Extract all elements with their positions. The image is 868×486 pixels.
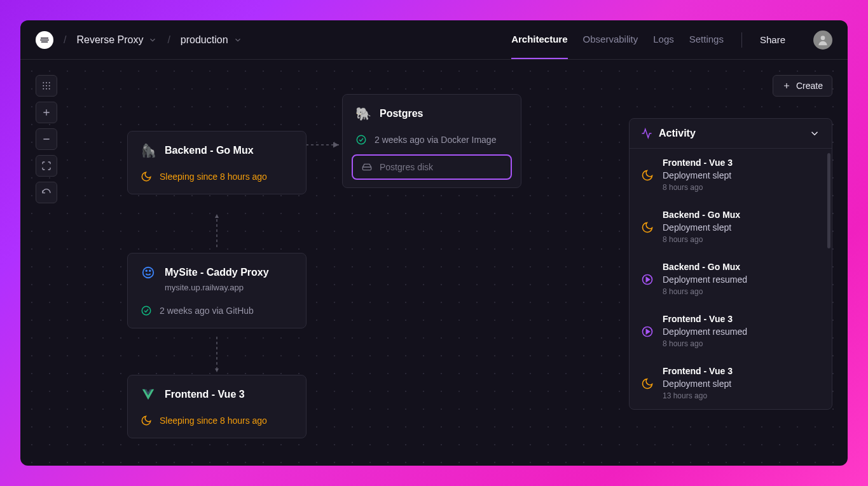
activity-item[interactable]: Backend - Go MuxDeployment resumed8 hour… [630,253,832,305]
breadcrumb-separator: / [64,34,66,46]
nav-tabs: Architecture Observability Logs Settings… [511,20,832,59]
disk-label: Postgres disk [380,162,433,172]
svg-point-8 [46,88,47,90]
svg-point-24 [142,306,151,315]
service-card-frontend[interactable]: Frontend - Vue 3 Sleeping since 8 hours … [127,375,307,438]
activity-header[interactable]: Activity [630,119,832,149]
activity-service: Frontend - Vue 3 [663,314,820,324]
grid-button[interactable] [36,75,57,97]
breadcrumb-environment[interactable]: production [181,34,242,46]
svg-point-3 [49,82,50,83]
service-title: Backend - Go Mux [165,145,254,156]
activity-service: Frontend - Vue 3 [663,158,820,168]
breadcrumb-env-label: production [181,34,228,46]
share-button[interactable]: Share [760,34,785,45]
svg-marker-19 [215,368,219,372]
service-subtitle: mysite.up.railway.app [165,283,293,292]
moon-icon [641,221,654,234]
canvas-area[interactable]: Create 🦍 Backend - Go Mux [20,60,848,466]
avatar[interactable] [813,30,832,50]
postgres-icon: 🐘 [355,106,371,121]
svg-point-7 [43,88,44,90]
svg-point-20 [357,135,366,144]
fullscreen-button[interactable] [36,155,57,177]
svg-point-0 [821,36,825,40]
status-text: Sleeping since 8 hours ago [160,415,267,426]
svg-point-9 [49,88,50,90]
play-icon [641,273,654,286]
svg-point-6 [49,85,50,86]
service-card-backend[interactable]: 🦍 Backend - Go Mux Sleeping since 8 hour… [127,131,307,194]
service-title: Frontend - Vue 3 [165,389,245,400]
svg-marker-26 [646,278,649,282]
play-icon [641,325,654,338]
activity-service: Backend - Go Mux [663,262,820,272]
logo-icon[interactable] [36,31,53,49]
activity-action: Deployment resumed [663,274,820,285]
status-text: 2 weeks ago via Docker Image [375,135,496,145]
svg-point-2 [46,82,47,83]
activity-item[interactable]: Frontend - Vue 3Deployment slept8 hours … [630,149,832,201]
zoom-in-button[interactable] [36,102,57,123]
disk-attachment[interactable]: Postgres disk [352,154,512,180]
activity-time: 8 hours ago [663,339,820,348]
service-card-caddy[interactable]: MySite - Caddy Proxy mysite.up.railway.a… [127,253,307,328]
activity-action: Deployment resumed [663,327,820,337]
svg-point-21 [143,267,154,278]
chevron-down-icon [233,36,242,44]
status-text: Sleeping since 8 hours ago [160,172,267,182]
pulse-icon [641,128,652,139]
activity-time: 8 hours ago [663,235,820,244]
svg-marker-28 [646,330,649,334]
moon-icon [141,415,152,426]
check-icon [355,134,367,145]
tab-settings[interactable]: Settings [689,20,724,59]
top-nav: / Reverse Proxy / production Architectur… [20,20,848,60]
app-window: / Reverse Proxy / production Architectur… [20,20,848,466]
activity-service: Backend - Go Mux [663,210,820,220]
canvas-toolbar [36,75,57,203]
moon-icon [641,169,654,182]
service-title: MySite - Caddy Proxy [165,267,269,278]
tab-observability[interactable]: Observability [583,20,638,59]
svg-point-4 [43,85,44,86]
nav-divider [741,32,742,48]
chevron-down-icon[interactable] [809,128,820,139]
undo-button[interactable] [36,182,57,203]
check-icon [141,305,152,316]
go-icon: 🦍 [141,143,156,158]
activity-time: 13 hours ago [663,391,820,400]
service-title: Postgres [380,108,423,119]
caddy-icon [141,265,156,280]
activity-service: Frontend - Vue 3 [663,366,820,376]
zoom-out-button[interactable] [36,128,57,150]
chevron-down-icon [148,36,157,44]
activity-time: 8 hours ago [663,287,820,296]
plus-icon [782,81,791,90]
moon-icon [141,171,152,182]
activity-time: 8 hours ago [663,183,820,192]
tab-logs[interactable]: Logs [653,20,674,59]
svg-point-23 [149,270,151,271]
activity-title-label: Activity [659,128,696,139]
activity-item[interactable]: Backend - Go MuxDeployment slept8 hours … [630,201,832,253]
svg-point-22 [146,270,147,271]
status-text: 2 weeks ago via GitHub [160,306,254,316]
activity-list[interactable]: Frontend - Vue 3Deployment slept8 hours … [630,149,832,409]
activity-item[interactable]: Frontend - Vue 3Deployment resumed8 hour… [630,305,832,357]
activity-action: Deployment slept [663,222,820,233]
scrollbar-thumb[interactable] [827,153,830,248]
svg-point-5 [46,85,47,86]
activity-action: Deployment slept [663,170,820,180]
activity-action: Deployment slept [663,379,820,389]
activity-item[interactable]: Frontend - Vue 3Deployment slept13 hours… [630,357,832,409]
moon-icon [641,377,654,390]
create-label: Create [796,81,823,91]
breadcrumb-project[interactable]: Reverse Proxy [76,34,157,46]
service-card-postgres[interactable]: 🐘 Postgres 2 weeks ago via Docker Image … [342,94,521,188]
breadcrumb-project-label: Reverse Proxy [76,34,143,46]
breadcrumb-separator: / [167,34,170,46]
tab-architecture[interactable]: Architecture [511,20,567,59]
disk-icon [362,162,372,172]
create-button[interactable]: Create [773,75,832,97]
